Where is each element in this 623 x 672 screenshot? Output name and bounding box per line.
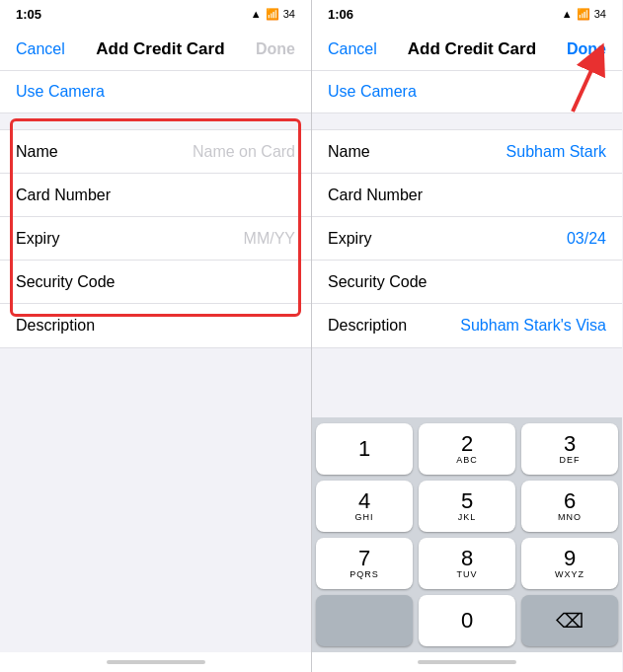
form-label-cardnumber-left: Card Number — [16, 187, 111, 204]
key-2[interactable]: 2 ABC — [419, 423, 515, 475]
spacer-keyboard-right — [312, 348, 622, 417]
key-9[interactable]: 9 WXYZ — [521, 538, 618, 589]
key-7[interactable]: 7 PQRS — [316, 538, 413, 589]
key-0[interactable]: 0 — [419, 595, 515, 646]
home-indicator-right — [312, 652, 622, 672]
form-value-description-right: Subham Stark's Visa — [460, 317, 606, 335]
left-phone: 1:05 ▲ 📶 34 Cancel Add Credit Card Done … — [0, 0, 311, 672]
form-row-securitycode-right[interactable]: Security Code — [312, 261, 622, 304]
form-row-description-right[interactable]: Description Subham Stark's Visa — [312, 304, 622, 347]
spacer-left — [0, 113, 311, 121]
signal-icon: 📶 — [266, 8, 279, 21]
use-camera-right[interactable]: Use Camera — [328, 83, 417, 100]
form-label-securitycode-right: Security Code — [328, 273, 428, 291]
status-time-left: 1:05 — [16, 7, 41, 22]
status-bar-left: 1:05 ▲ 📶 34 — [0, 0, 311, 28]
key-3[interactable]: 3 DEF — [521, 423, 618, 475]
form-row-cardnumber-right[interactable]: Card Number — [312, 174, 622, 217]
status-icons-left: ▲ 📶 34 — [251, 8, 295, 21]
right-phone: 1:06 ▲ 📶 34 Cancel Add Credit Card Done … — [311, 0, 622, 672]
form-label-name-right: Name — [328, 143, 370, 161]
nav-title-left: Add Credit Card — [96, 39, 224, 59]
use-camera-section-right: Use Camera — [312, 71, 622, 113]
form-value-name-left: Name on Card — [193, 143, 295, 161]
nav-bar-left: Cancel Add Credit Card Done — [0, 28, 311, 71]
status-time-right: 1:06 — [328, 7, 353, 22]
nav-title-right: Add Credit Card — [408, 39, 536, 59]
keyboard-row-3: 7 PQRS 8 TUV 9 WXYZ — [316, 538, 618, 589]
form-row-expiry-right[interactable]: Expiry 03/24 — [312, 217, 622, 261]
form-value-expiry-left: MM/YY — [244, 230, 295, 248]
form-value-name-right: Subham Stark — [506, 143, 606, 161]
key-1[interactable]: 1 — [316, 423, 413, 475]
signal-icon-right: 📶 — [577, 8, 590, 21]
keyboard-row-2: 4 GHI 5 JKL 6 MNO — [316, 481, 618, 532]
form-row-expiry-left[interactable]: Expiry MM/YY — [0, 217, 311, 261]
form-row-name-left[interactable]: Name Name on Card — [0, 130, 311, 174]
form-label-description-right: Description — [328, 317, 407, 335]
keyboard-row-1: 1 2 ABC 3 DEF — [316, 423, 618, 475]
status-bar-right: 1:06 ▲ 📶 34 — [312, 0, 622, 28]
home-indicator-left — [0, 652, 311, 672]
battery-icon-right: 34 — [594, 8, 606, 20]
key-6[interactable]: 6 MNO — [521, 481, 618, 532]
spacer-section-left — [0, 348, 311, 652]
form-label-cardnumber-right: Card Number — [328, 187, 423, 204]
form-row-name-right[interactable]: Name Subham Stark — [312, 130, 622, 174]
key-5[interactable]: 5 JKL — [419, 481, 515, 532]
key-4[interactable]: 4 GHI — [316, 481, 413, 532]
done-button-left[interactable]: Done — [256, 40, 295, 58]
wifi-icon-right: ▲ — [562, 8, 573, 20]
nav-bar-right: Cancel Add Credit Card Done — [312, 28, 622, 71]
form-label-expiry-left: Expiry — [16, 230, 59, 248]
done-button-right[interactable]: Done — [567, 40, 606, 58]
battery-icon: 34 — [283, 8, 295, 20]
delete-icon: ⌫ — [556, 609, 584, 633]
status-icons-right: ▲ 📶 34 — [562, 8, 606, 21]
form-section-left: Name Name on Card Card Number Expiry MM/… — [0, 129, 311, 348]
form-row-description-left[interactable]: Description — [0, 304, 311, 347]
spacer-right — [312, 113, 622, 121]
wifi-icon: ▲ — [251, 8, 262, 20]
form-row-cardnumber-left[interactable]: Card Number — [0, 174, 311, 217]
key-delete[interactable]: ⌫ — [521, 595, 618, 646]
keyboard-row-4: 0 ⌫ — [316, 595, 618, 646]
form-row-securitycode-left[interactable]: Security Code — [0, 261, 311, 304]
form-label-name-left: Name — [16, 143, 58, 161]
home-bar-left — [107, 660, 205, 664]
form-label-securitycode-left: Security Code — [16, 273, 116, 291]
form-label-expiry-right: Expiry — [328, 230, 371, 248]
cancel-button-left[interactable]: Cancel — [16, 40, 65, 58]
home-bar-right — [418, 660, 516, 664]
key-8[interactable]: 8 TUV — [419, 538, 515, 589]
cancel-button-right[interactable]: Cancel — [328, 40, 377, 58]
form-section-right: Name Subham Stark Card Number Expiry 03/… — [312, 129, 622, 348]
keyboard-right: 1 2 ABC 3 DEF 4 GHI 5 JKL 6 — [312, 417, 622, 652]
use-camera-left[interactable]: Use Camera — [16, 83, 105, 100]
use-camera-section-left: Use Camera — [0, 71, 311, 113]
key-empty — [316, 595, 413, 646]
form-value-expiry-right: 03/24 — [567, 230, 606, 248]
form-label-description-left: Description — [16, 317, 95, 335]
